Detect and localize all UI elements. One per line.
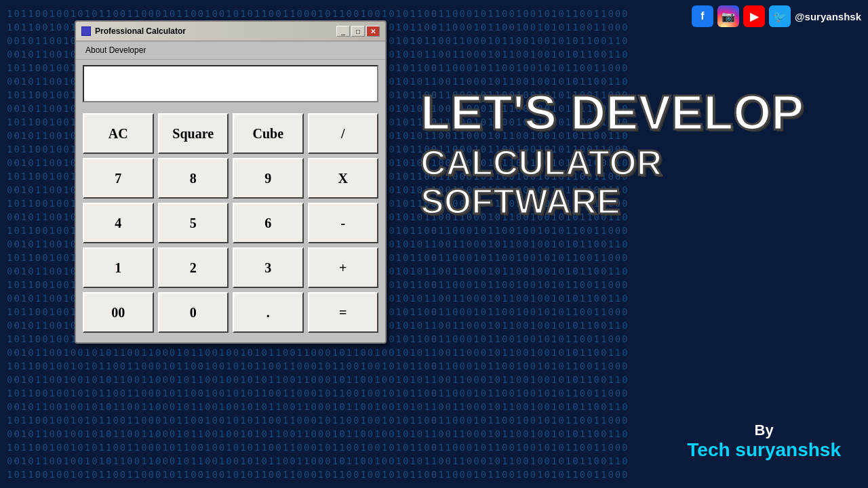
by-label: By [687,422,841,439]
button-2[interactable]: 2 [158,247,229,288]
button-3[interactable]: 3 [233,247,304,288]
button-multiply[interactable]: X [308,158,379,199]
button-divide[interactable]: / [308,113,379,154]
button-6[interactable]: 6 [233,203,304,243]
button-0[interactable]: 0 [158,292,229,333]
social-handle: @suryanshsk [795,11,861,22]
close-button[interactable]: ✕ [366,26,380,37]
title-left: Professional Calculator [81,26,186,36]
button-plus[interactable]: + [308,247,379,288]
maximize-button[interactable]: □ [351,26,365,37]
headline-line1: LET'S DEVELOP [420,88,861,137]
button-9[interactable]: 9 [233,158,304,199]
button-4[interactable]: 4 [83,203,154,243]
title-bar: Professional Calculator _ □ ✕ [76,22,385,41]
button-equals[interactable]: = [308,292,379,333]
about-developer-menu[interactable]: About Developer [81,44,150,56]
button-7[interactable]: 7 [83,158,154,199]
facebook-icon[interactable]: f [692,5,713,27]
calculator-buttons: AC Square Cube / 7 8 9 X 4 5 6 - 1 2 3 +… [76,108,385,342]
button-ac[interactable]: AC [83,113,154,154]
button-minus[interactable]: - [308,203,379,243]
button-dot[interactable]: . [233,292,304,333]
youtube-icon[interactable]: ▶ [743,5,765,27]
twitter-icon[interactable]: 🐦 [769,5,791,27]
button-cube[interactable]: Cube [233,113,304,154]
menu-bar: About Developer [76,41,385,60]
tech-name: Tech suryanshsk [687,439,841,461]
window-icon [81,26,91,36]
calculator-window: Professional Calculator _ □ ✕ About Deve… [75,20,387,344]
button-5[interactable]: 5 [158,203,229,243]
byline-section: By Tech suryanshsk [687,422,841,461]
minimize-button[interactable]: _ [336,26,350,37]
button-8[interactable]: 8 [158,158,229,199]
instagram-icon[interactable]: 📷 [717,5,739,27]
headline-section: LET'S DEVELOP CALCULATOR SOFTWARE [420,88,861,221]
button-square[interactable]: Square [158,113,229,154]
social-bar: f 📷 ▶ 🐦 @suryanshsk [692,5,861,27]
button-double-zero[interactable]: 00 [83,292,154,333]
button-1[interactable]: 1 [83,247,154,288]
calculator-display [83,65,378,102]
window-title: Professional Calculator [95,26,186,36]
title-buttons: _ □ ✕ [336,26,380,37]
headline-line2: CALCULATOR SOFTWARE [420,144,861,221]
